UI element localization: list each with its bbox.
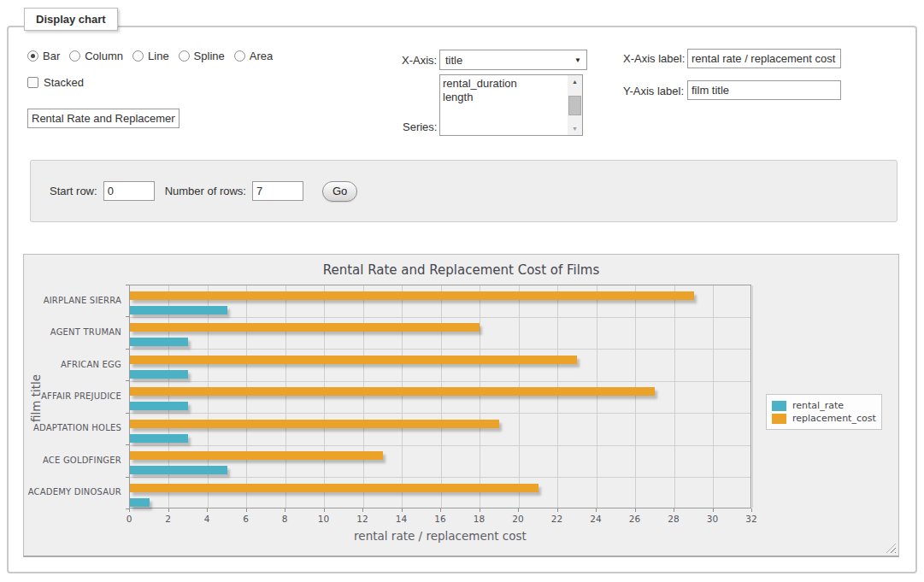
radio-icon[interactable]	[179, 50, 190, 62]
scrollbar-track[interactable]	[568, 88, 582, 122]
x-tick-mark	[480, 509, 480, 512]
bar-rental_rate-airplane-sierra	[130, 306, 227, 315]
x-tick-label: 4	[196, 514, 218, 524]
radio-label: Area	[250, 50, 273, 62]
gridline-h	[130, 445, 750, 446]
legend-item-rental_rate: rental_rate	[772, 400, 876, 411]
gridline-v	[285, 285, 286, 508]
bar-replacement_cost-academy-dinosaur	[130, 484, 539, 492]
bar-rental_rate-african-egg	[130, 370, 188, 379]
stacked-checkbox[interactable]	[27, 77, 38, 88]
gridline-v	[597, 285, 597, 508]
chart-title: Rental Rate and Replacement Cost of Film…	[24, 262, 898, 278]
category-label: ACE GOLDFINGER	[24, 456, 121, 465]
y-tick-mark	[126, 380, 129, 381]
x-tick-label: 0	[118, 514, 140, 524]
bar-replacement_cost-affair-prejudice	[130, 387, 655, 396]
x-tick-mark	[440, 509, 441, 512]
bar-replacement_cost-ace-goldfinger	[130, 451, 383, 460]
chart-type-option-column[interactable]: Column	[69, 50, 123, 62]
x-axis-select-label: X-Axis:	[402, 54, 437, 67]
scrollbar-thumb[interactable]	[568, 96, 581, 115]
series-option-rental_duration[interactable]: rental_duration	[440, 77, 568, 91]
gridline-h	[130, 317, 750, 318]
gridline-v	[557, 285, 558, 508]
x-tick-mark	[362, 509, 363, 512]
radio-icon[interactable]	[27, 50, 38, 62]
category-label: ACADEMY DINOSAUR	[24, 487, 121, 497]
chart-type-option-area[interactable]: Area	[234, 50, 273, 62]
chevron-down-icon: ▼	[574, 56, 581, 64]
x-tick-mark	[518, 509, 519, 512]
chart-type-option-spline[interactable]: Spline	[179, 50, 225, 62]
x-tick-mark	[635, 509, 636, 512]
x-tick-mark	[557, 509, 558, 512]
y-tick-mark	[126, 509, 129, 509]
radio-icon[interactable]	[132, 50, 144, 62]
series-scrollbar[interactable]: ▲ ▼	[568, 75, 582, 135]
scroll-up-icon[interactable]: ▲	[568, 75, 582, 88]
radio-label: Column	[85, 50, 123, 62]
query-panel: Start row: Number of rows: Go	[30, 160, 898, 222]
radio-icon[interactable]	[69, 50, 80, 62]
gridline-v	[324, 285, 325, 508]
series-option-length[interactable]: length	[440, 91, 568, 104]
x-tick-mark	[324, 509, 325, 512]
category-label: AIRPLANE SIERRA	[24, 296, 121, 305]
bar-rental_rate-ace-goldfinger	[130, 466, 227, 474]
x-tick-label: 10	[313, 514, 335, 524]
x-tick-label: 12	[351, 514, 374, 524]
gridline-h	[130, 381, 750, 382]
scroll-down-icon[interactable]: ▼	[568, 122, 582, 135]
fieldset-legend: Display chart	[24, 8, 118, 31]
y-tick-mark	[126, 444, 129, 445]
x-tick-mark	[713, 509, 714, 512]
series-select-label: Series:	[403, 121, 437, 133]
x-tick-label: 14	[391, 514, 413, 524]
y-tick-mark	[126, 477, 129, 478]
bar-rental_rate-adaptation-holes	[130, 434, 188, 443]
go-button[interactable]: Go	[322, 181, 357, 202]
gridline-v	[246, 285, 247, 508]
bar-replacement_cost-adaptation-holes	[130, 420, 499, 428]
x-tick-label: 2	[157, 514, 180, 524]
x-axis-selected-value: title	[445, 54, 574, 67]
gridline-v	[713, 285, 714, 508]
bar-rental_rate-agent-truman	[130, 338, 188, 346]
y-axis-label-input[interactable]	[687, 80, 841, 100]
gridline-v	[519, 285, 520, 508]
chart-grid	[129, 285, 751, 509]
chart-title-input[interactable]	[27, 109, 180, 128]
stacked-checkbox-row[interactable]: Stacked	[27, 76, 84, 89]
start-row-input[interactable]	[103, 181, 155, 201]
chart-x-axis-title: rental rate / replacement cost	[129, 529, 751, 543]
legend-swatch	[772, 401, 786, 411]
chart-type-option-line[interactable]: Line	[132, 50, 169, 62]
x-axis-label-input[interactable]	[687, 49, 841, 68]
display-chart-fieldset: Display chart BarColumnLineSplineArea St…	[7, 26, 917, 573]
bar-replacement_cost-agent-truman	[130, 323, 480, 332]
num-rows-input[interactable]	[252, 181, 303, 201]
x-tick-mark	[246, 509, 247, 512]
x-tick-label: 26	[624, 514, 646, 524]
gridline-v	[480, 285, 480, 508]
x-tick-mark	[402, 509, 403, 512]
legend-label: rental_rate	[792, 400, 844, 411]
x-tick-label: 20	[507, 514, 529, 524]
bar-replacement_cost-airplane-sierra	[130, 291, 694, 300]
x-tick-mark	[168, 509, 169, 512]
series-multiselect[interactable]: rental_durationrental_ratelengthreplacem…	[439, 74, 583, 136]
x-tick-mark	[207, 509, 208, 512]
category-label: AFRICAN EGG	[24, 360, 121, 369]
chart-type-option-bar[interactable]: Bar	[27, 50, 60, 62]
bar-rental_rate-academy-dinosaur	[130, 498, 150, 507]
x-tick-label: 30	[702, 514, 724, 524]
resize-handle-icon[interactable]	[886, 544, 896, 553]
x-tick-label: 28	[662, 514, 685, 524]
start-row-label: Start row:	[50, 185, 97, 197]
radio-icon[interactable]	[234, 50, 245, 62]
x-axis-select[interactable]: title ▼	[439, 50, 587, 70]
x-tick-mark	[285, 509, 285, 512]
x-tick-mark	[674, 509, 674, 512]
chart-legend: rental_ratereplacement_cost	[766, 394, 882, 430]
